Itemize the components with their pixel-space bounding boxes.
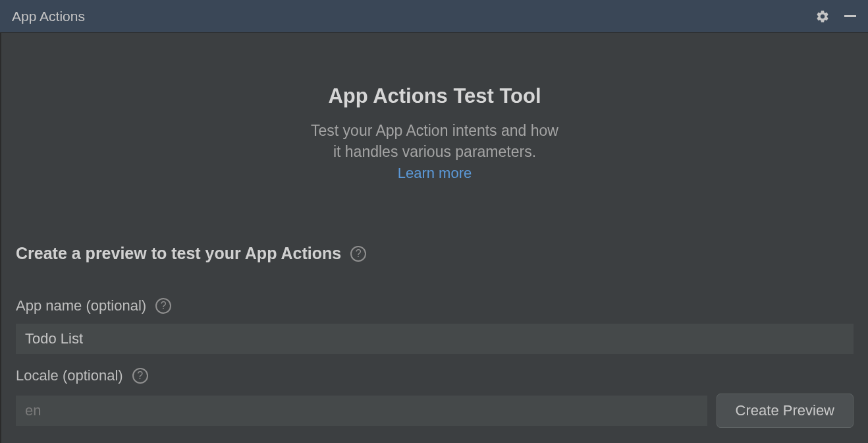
bottom-row: Create Preview <box>16 394 854 428</box>
help-icon[interactable]: ? <box>155 298 171 314</box>
section-title: Create a preview to test your App Action… <box>16 244 341 263</box>
app-name-label-row: App name (optional) ? <box>16 297 854 314</box>
minimize-icon[interactable] <box>844 15 856 17</box>
hero-subtitle: Test your App Action intents and how it … <box>16 120 854 162</box>
hero-subtitle-line2: it handles various parameters. <box>333 143 536 160</box>
hero-subtitle-line1: Test your App Action intents and how <box>311 122 558 139</box>
gear-icon[interactable] <box>815 9 830 24</box>
app-name-label: App name (optional) <box>16 297 146 314</box>
locale-input[interactable] <box>16 396 707 426</box>
help-icon[interactable]: ? <box>132 368 148 384</box>
panel-title: App Actions <box>12 9 85 24</box>
hero-title: App Actions Test Tool <box>16 84 854 108</box>
help-icon[interactable]: ? <box>350 246 366 262</box>
header-bar: App Actions <box>0 0 868 33</box>
locale-label: Locale (optional) <box>16 367 123 384</box>
header-actions <box>815 9 856 24</box>
create-preview-button[interactable]: Create Preview <box>717 394 854 428</box>
section-title-row: Create a preview to test your App Action… <box>16 244 854 263</box>
locale-label-row: Locale (optional) ? <box>16 367 854 384</box>
app-name-input[interactable] <box>16 324 854 354</box>
learn-more-link[interactable]: Learn more <box>398 165 472 182</box>
content-area: App Actions Test Tool Test your App Acti… <box>0 33 868 443</box>
hero-section: App Actions Test Tool Test your App Acti… <box>16 33 854 244</box>
